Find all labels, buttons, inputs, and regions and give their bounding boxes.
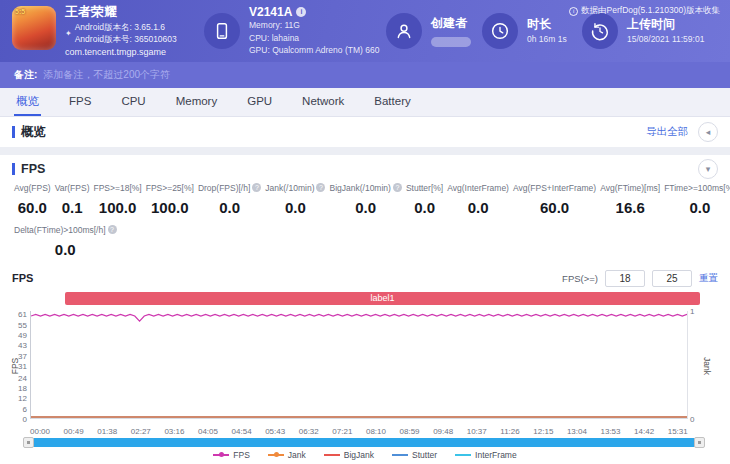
diamond-icon: [65, 29, 72, 39]
upload-label: 上传时间: [627, 16, 704, 33]
stat-BigJank(/10min): BigJank(/10min)0.0: [327, 183, 403, 225]
tab-bar: 概览FPSCPUMemoryGPUNetworkBattery: [0, 88, 730, 117]
x-axis-ticks: 00:0000:4901:3802:2703:1604:0504:5405:43…: [30, 425, 688, 437]
fps-stats-row: Avg(FPS)60.0Var(FPS)0.1FPS>=18[%]100.0FP…: [12, 183, 718, 225]
fps-chart: 61554943373124181260 FPS 10 Jank: [12, 307, 718, 425]
help-icon[interactable]: [108, 225, 117, 234]
stat-FTime>=100ms[%]: FTime>=100ms[%]0.0: [662, 183, 730, 225]
device-memory: Memory: 11G: [249, 19, 379, 32]
game-icon-badge: 5:5: [15, 8, 25, 15]
device-info-icon[interactable]: [296, 7, 306, 17]
reset-button[interactable]: 重置: [699, 272, 718, 285]
fps-threshold-high-input[interactable]: [652, 270, 692, 287]
collapse-left-button[interactable]: [698, 122, 718, 142]
legend-item-InterFrame[interactable]: InterFrame: [455, 450, 517, 460]
user-icon: [386, 13, 422, 49]
perfdog-report-page: 5:5 王者荣耀 Android版本名: 3.65.1.6 Android版本号…: [0, 0, 730, 464]
creator-info: 创建者: [386, 13, 482, 49]
fps-threshold-label: FPS(>=): [562, 273, 598, 284]
stat-Var(FPS): Var(FPS)0.1: [53, 183, 92, 225]
stat-Avg(FTime)[ms]: Avg(FTime)[ms]16.6: [598, 183, 662, 225]
tab-Network[interactable]: Network: [300, 88, 346, 116]
chart-legend: FPSJankBigJankStutterInterFrame: [12, 448, 718, 461]
scrollbar-left-handle[interactable]: [23, 437, 34, 448]
help-icon[interactable]: [316, 183, 325, 192]
fps-threshold-controls: FPS(>=) 重置: [562, 270, 718, 287]
creator-name-redacted: [431, 37, 471, 47]
android-version-code: Android版本号: 365010603: [75, 34, 177, 45]
tab-FPS[interactable]: FPS: [67, 88, 93, 116]
device-model: V2141A: [249, 5, 292, 19]
data-source-note: 数据由PerfDog(5.1.210300)版本收集: [569, 5, 720, 17]
legend-item-Stutter[interactable]: Stutter: [392, 450, 437, 460]
tab-Memory[interactable]: Memory: [174, 88, 220, 116]
fps-section-title: FPS: [12, 162, 45, 176]
section-gap: [0, 147, 730, 155]
legend-item-BigJank[interactable]: BigJank: [324, 450, 374, 460]
chart-range-scrollbar[interactable]: [26, 438, 702, 447]
note-placeholder: 添加备注，不超过200个字符: [43, 68, 170, 82]
scrollbar-right-handle[interactable]: [694, 437, 705, 448]
history-clock-icon: [582, 13, 618, 49]
stat-FPS>=25[%]: FPS>=25[%]100.0: [144, 183, 196, 225]
stat-Stutter[%]: Stutter[%]0.0: [404, 183, 445, 225]
tab-Battery[interactable]: Battery: [372, 88, 412, 116]
y-axis-label: FPS: [10, 358, 20, 375]
y2-axis-ticks: 10: [688, 307, 696, 425]
stat-Delta(FTime)>100ms[/h]: Delta(FTime)>100ms[/h]0.0: [12, 225, 119, 265]
tab-GPU[interactable]: GPU: [245, 88, 274, 116]
clock-icon: [482, 13, 518, 49]
legend-item-Jank[interactable]: Jank: [268, 450, 306, 460]
stat-Avg(FPS+InterFrame): Avg(FPS+InterFrame)60.0: [511, 183, 598, 225]
android-version-name: Android版本名: 3.65.1.6: [75, 22, 177, 33]
stat-Drop(FPS)[/h]: Drop(FPS)[/h]0.0: [196, 183, 263, 225]
duration-label: 时长: [527, 16, 567, 33]
upload-value: 15/08/2021 11:59:01: [627, 33, 704, 46]
stat-Avg(FPS): Avg(FPS)60.0: [12, 183, 53, 225]
fps-panel: FPS Avg(FPS)60.0Var(FPS)0.1FPS>=18[%]100…: [0, 155, 730, 464]
duration-info: 时长 0h 16m 1s: [482, 13, 582, 49]
header: 5:5 王者荣耀 Android版本名: 3.65.1.6 Android版本号…: [0, 0, 730, 62]
overview-section-header: 概览 导出全部: [0, 117, 730, 147]
fps-chart-title: FPS: [12, 272, 33, 284]
tab-CPU[interactable]: CPU: [119, 88, 147, 116]
chart-plot-area[interactable]: [30, 311, 688, 419]
collapse-down-button[interactable]: [698, 159, 718, 179]
stat-Avg(InterFrame): Avg(InterFrame)0.0: [445, 183, 511, 225]
app-package: com.tencent.tmgp.sgame: [65, 47, 177, 58]
creator-label: 创建者: [431, 15, 471, 32]
phone-icon: [204, 13, 240, 49]
note-input-bar[interactable]: 备注: 添加备注，不超过200个字符: [0, 62, 730, 88]
y2-axis-label: Jank: [702, 357, 712, 375]
game-app-icon: 5:5: [12, 6, 56, 50]
legend-item-FPS[interactable]: FPS: [213, 450, 250, 460]
app-info: 5:5 王者荣耀 Android版本名: 3.65.1.6 Android版本号…: [12, 4, 204, 58]
device-cpu: CPU: lahaina: [249, 32, 379, 45]
device-gpu: GPU: Qualcomm Adreno (TM) 660: [249, 44, 379, 57]
device-info: V2141A Memory: 11G CPU: lahaina GPU: Qua…: [204, 5, 386, 57]
overview-title: 概览: [12, 124, 46, 141]
info-circle-icon: [569, 7, 578, 16]
stat-FPS>=18[%]: FPS>=18[%]100.0: [91, 183, 143, 225]
fps-threshold-low-input[interactable]: [605, 270, 645, 287]
upload-info: 上传时间 15/08/2021 11:59:01: [582, 13, 730, 49]
export-all-link[interactable]: 导出全部: [646, 125, 688, 139]
fps-stats-row2: Delta(FTime)>100ms[/h]0.0: [12, 225, 718, 265]
help-icon[interactable]: [252, 183, 261, 192]
app-title: 王者荣耀: [65, 4, 177, 20]
tab-概览[interactable]: 概览: [14, 88, 41, 116]
duration-value: 0h 16m 1s: [527, 33, 567, 46]
note-label: 备注:: [14, 68, 37, 82]
help-icon[interactable]: [393, 183, 402, 192]
chart-annotation-bar[interactable]: label1: [65, 292, 700, 305]
stat-Jank(/10min): Jank(/10min)0.0: [263, 183, 327, 225]
